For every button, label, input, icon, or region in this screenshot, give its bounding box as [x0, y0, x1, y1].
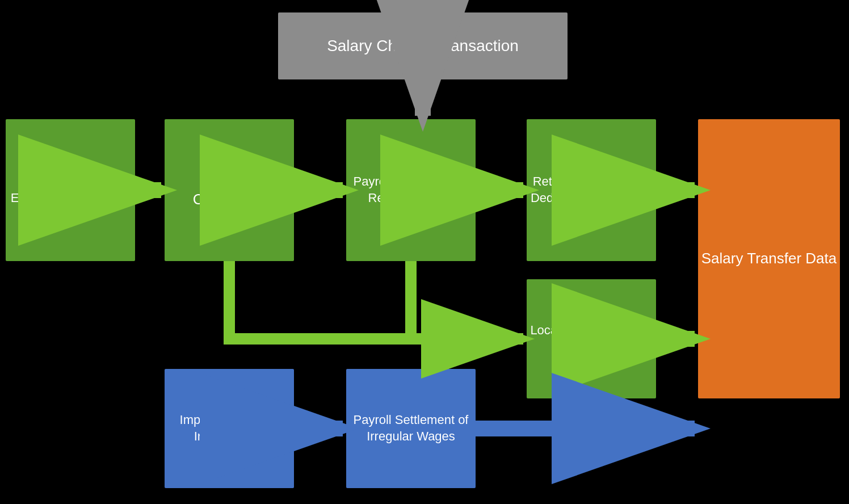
salary-change-box: Salary Change Transaction: [278, 12, 568, 79]
payroll-irregular-box: Payroll Settlement of Irregular Wages: [346, 369, 476, 488]
daily-attendance-box: Daily Attendance Exception Verification: [6, 119, 135, 261]
import-irregular-box: Import of Irregular Income Data: [165, 369, 294, 488]
local-regulation-box: Local Regulation Cost Calculation: [527, 279, 656, 398]
diagram-container: Salary Change Transaction Daily Attendan…: [0, 0, 849, 504]
retroactive-box: Retroactive Repay or Deduction Calculati…: [527, 119, 656, 261]
payroll-regular-box: Payroll Settlement of Regular Wages: [346, 119, 476, 261]
premium-calculation-box: Premium Calculation: [165, 119, 294, 261]
salary-transfer-box: Salary Transfer Data: [698, 119, 840, 398]
